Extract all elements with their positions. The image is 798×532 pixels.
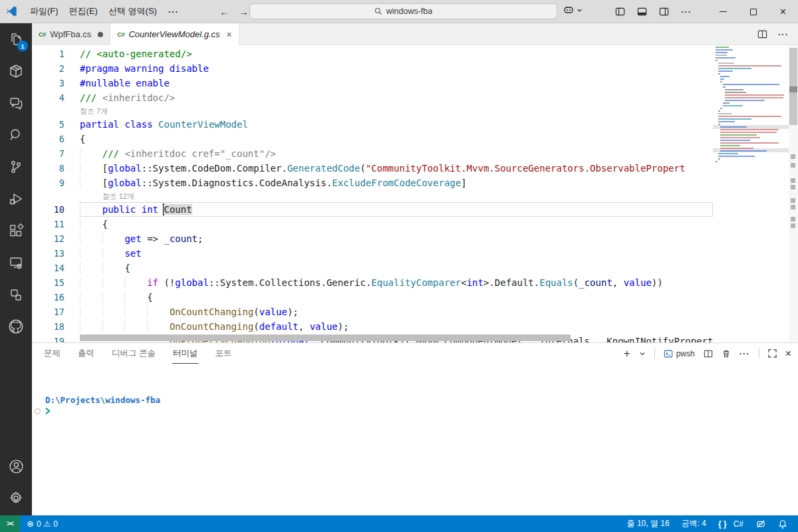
panel-tab-problems[interactable]: 문제 — [43, 344, 61, 363]
notifications-bell-icon[interactable] — [774, 515, 791, 532]
code-line-18[interactable]: 18 OnCountChanging(default, value); — [32, 319, 713, 334]
remote-explorer-icon[interactable] — [0, 247, 32, 279]
modified-dot-icon[interactable] — [98, 32, 103, 37]
code-line-10[interactable]: 10 public int Count — [32, 202, 713, 217]
code-line-5[interactable]: 5partial class CounterViewModel — [32, 117, 713, 132]
copilot-button[interactable] — [563, 4, 583, 16]
code-line-15[interactable]: 15 if (!global::System.Collections.Gener… — [32, 275, 713, 290]
nav-back-icon[interactable]: ← — [219, 6, 229, 17]
github-icon[interactable] — [0, 311, 32, 342]
code-line-16[interactable]: 16 { — [32, 290, 713, 305]
explorer-icon[interactable]: 1 — [0, 23, 32, 55]
horizontal-scrollbar[interactable] — [80, 334, 571, 341]
nav-forward-icon[interactable]: → — [239, 6, 249, 17]
copilot-status-icon[interactable] — [751, 515, 770, 532]
line-content: if (!global::System.Collections.Generic.… — [80, 275, 713, 290]
account-icon[interactable] — [0, 450, 32, 482]
toggle-secondary-sidebar-icon[interactable] — [659, 7, 669, 17]
code-line-2[interactable]: 2#pragma warning disable — [32, 61, 713, 76]
search-view-icon[interactable] — [0, 119, 32, 151]
source-control-icon[interactable] — [0, 151, 32, 183]
editor-more-actions-icon[interactable]: ··· — [778, 29, 789, 39]
problems-status[interactable]: ⊗ 0 ⚠ 0 — [23, 515, 62, 532]
menu-file[interactable]: 파일(F) — [25, 3, 64, 20]
toggle-sidebar-icon[interactable] — [615, 7, 625, 17]
vertical-scrollbar[interactable] — [789, 45, 798, 342]
cursor-position-status[interactable]: 줄 10, 열 16 — [623, 515, 674, 532]
kill-terminal-icon[interactable] — [722, 349, 731, 358]
customize-layout-icon[interactable]: ··· — [681, 7, 692, 17]
codelens-references[interactable]: 참조 7개 — [32, 105, 713, 117]
panel-tab-ports[interactable]: 포트 — [214, 344, 232, 363]
code-line-11[interactable]: 11 { — [32, 217, 713, 231]
code-line-4[interactable]: 4/// <inheritdoc/> — [32, 90, 713, 105]
package-icon[interactable] — [0, 55, 32, 87]
panel-tab-output[interactable]: 출력 — [77, 344, 95, 363]
terminal-dropdown-icon[interactable] — [639, 350, 646, 357]
tab-label: CounterViewModel.g.cs — [128, 29, 219, 39]
line-number: 2 — [32, 61, 80, 76]
code-line-7[interactable]: 7 /// <inheritdoc cref="_count"/> — [32, 146, 713, 161]
close-panel-icon[interactable]: × — [785, 348, 791, 359]
language-mode-status[interactable]: C# — [730, 515, 747, 532]
minimize-button[interactable] — [708, 0, 738, 23]
remote-indicator[interactable]: >< — [0, 515, 20, 532]
line-number: 1 — [32, 47, 80, 61]
code-line-9[interactable]: 9 [global::System.Diagnostics.CodeAnalys… — [32, 176, 713, 190]
code-line-17[interactable]: 17 OnCountChanging(value); — [32, 305, 713, 319]
menu-edit[interactable]: 편집(E) — [64, 3, 103, 20]
separator — [759, 348, 759, 358]
codelens-references[interactable]: 참조 12개 — [32, 190, 713, 202]
line-content: partial class CounterViewModel — [80, 117, 713, 132]
line-content: { — [80, 132, 713, 146]
panel-tab-debug-console[interactable]: 디버그 콘솔 — [111, 344, 156, 363]
maximize-panel-icon[interactable] — [768, 349, 777, 358]
terminal-view[interactable]: D:\Projects\windows-fba — [32, 364, 798, 416]
chat-icon[interactable] — [0, 87, 32, 119]
code-line-14[interactable]: 14 { — [32, 261, 713, 275]
code-line-12[interactable]: 12 get => _count; — [32, 231, 713, 246]
maximize-button[interactable] — [738, 0, 768, 23]
command-center-search[interactable]: windows-fba — [249, 3, 557, 19]
code-line-13[interactable]: 13 set — [32, 246, 713, 261]
code-line-1[interactable]: 1// <auto-generated/> — [32, 47, 713, 61]
line-content: public int Count — [80, 202, 713, 217]
code-line-3[interactable]: 3#nullable enable — [32, 76, 713, 90]
tab-wpffba[interactable]: C# WpfFba.cs — [32, 23, 110, 45]
tab-counterviewmodel[interactable]: C# CounterViewModel.g.cs × — [110, 23, 239, 45]
split-editor-icon[interactable] — [757, 29, 767, 39]
line-number: 4 — [32, 90, 80, 105]
indentation-status[interactable]: 공백: 4 — [678, 515, 710, 532]
command-decoration-icon[interactable] — [35, 408, 41, 414]
search-text: windows-fba — [386, 7, 432, 16]
minimap[interactable] — [713, 45, 789, 342]
extensions-icon[interactable] — [0, 215, 32, 247]
tab-close-icon[interactable]: × — [227, 29, 232, 40]
menu-selection[interactable]: 선택 영역(S) — [103, 3, 162, 20]
settings-gear-icon[interactable] — [0, 482, 32, 514]
warning-icon: ⚠ — [44, 519, 51, 529]
split-terminal-icon[interactable] — [704, 349, 713, 358]
status-bar: >< ⊗ 0 ⚠ 0 줄 10, 열 16 공백: 4 { } C# — [0, 515, 798, 532]
code-line-8[interactable]: 8 [global::System.CodeDom.Compiler.Gener… — [32, 161, 713, 176]
line-number: 16 — [32, 290, 80, 305]
panel-tab-terminal[interactable]: 터미널 — [172, 344, 199, 364]
panel-more-actions-icon[interactable]: ··· — [739, 348, 750, 358]
line-content: { — [80, 217, 713, 231]
symbols-icon[interactable] — [0, 279, 32, 311]
scrollbar-thumb[interactable] — [789, 48, 797, 125]
csharp-file-icon: C# — [117, 31, 124, 38]
menu-more-icon[interactable]: ··· — [162, 4, 185, 19]
new-terminal-icon[interactable]: + — [624, 348, 630, 359]
run-debug-icon[interactable] — [0, 183, 32, 215]
terminal-icon — [664, 349, 673, 358]
language-status-icon[interactable]: { } — [714, 515, 731, 532]
shell-label: pwsh — [676, 349, 695, 358]
code-editor[interactable]: 1// <auto-generated/>2#pragma warning di… — [32, 45, 798, 342]
line-number: 18 — [32, 319, 80, 334]
close-window-button[interactable]: × — [768, 0, 798, 23]
toggle-panel-icon[interactable] — [637, 7, 647, 17]
line-number: 5 — [32, 117, 80, 132]
terminal-profile[interactable]: pwsh — [664, 349, 695, 358]
code-line-6[interactable]: 6{ — [32, 132, 713, 146]
